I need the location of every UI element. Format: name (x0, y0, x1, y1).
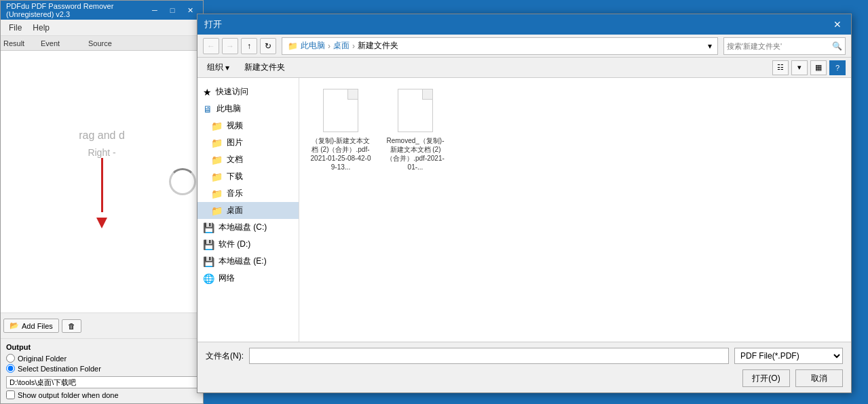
original-folder-row: Original Folder (6, 354, 197, 363)
documents-icon: 📁 (211, 155, 223, 165)
nav-this-pc-label: 此电脑 (216, 103, 241, 115)
minimize-button[interactable]: ─ (147, 5, 162, 16)
col-source-header: Source (88, 39, 200, 47)
close-button[interactable]: ✕ (183, 5, 197, 16)
nav-videos[interactable]: 📁 视频 (197, 117, 299, 134)
breadcrumb-expand-icon[interactable]: ▾ (708, 41, 712, 51)
filename-input[interactable] (249, 348, 729, 364)
downloads-icon: 📁 (211, 171, 223, 182)
file-item-2[interactable]: Removed_（复制)-新建文本文档 (2)（合并）.pdf-2021-01-… (385, 89, 446, 171)
breadcrumb-part3: 新建文件夹 (358, 40, 398, 52)
breadcrumb-bar: 📁 此电脑 › 桌面 › 新建文件夹 ▾ (282, 37, 718, 55)
add-files-icon: 📂 (10, 321, 19, 330)
drive-d-icon: 💾 (203, 239, 214, 250)
back-button[interactable]: ← (203, 38, 219, 54)
refresh-button[interactable]: ↻ (260, 38, 276, 54)
spinner-container (169, 168, 196, 195)
add-files-button[interactable]: 📂 Add Files (3, 319, 59, 333)
view-controls: ☷ ▾ ▦ ? (772, 60, 846, 75)
nav-pictures[interactable]: 📁 图片 (197, 134, 299, 151)
app-title: PDFdu PDF Password Remover (Unregistered… (6, 2, 147, 18)
maximize-button[interactable]: □ (165, 5, 180, 16)
nav-this-pc[interactable]: 🖥 此电脑 (197, 100, 299, 117)
nav-desktop[interactable]: 📁 桌面 (197, 202, 299, 219)
view-chevron-button[interactable]: ▾ (791, 60, 808, 75)
original-folder-label: Original Folder (18, 355, 67, 363)
drop-arrow-line (101, 158, 103, 212)
forward-button[interactable]: → (222, 38, 238, 54)
search-icon: 🔍 (832, 41, 842, 51)
col-result-header: Result (3, 39, 41, 47)
col-event-header: Event (41, 39, 88, 47)
breadcrumb-icon: 📁 (288, 41, 298, 51)
show-output-checkbox[interactable] (6, 390, 15, 399)
app-title-area: PDFdu PDF Password Remover (Unregistered… (6, 2, 147, 18)
nav-tree: ★ 快速访问 🖥 此电脑 📁 视频 📁 图片 📁 文档 📁 下载 (197, 78, 299, 342)
nav-drive-e-label: 本地磁盘 (E:) (219, 256, 267, 267)
nav-drive-d[interactable]: 💾 软件 (D:) (197, 236, 299, 253)
nav-pictures-label: 图片 (227, 137, 243, 148)
remove-button[interactable]: 🗑 (62, 319, 81, 333)
file-icon-1 (323, 89, 358, 132)
filetype-select[interactable]: PDF File(*.PDF) (734, 348, 843, 364)
original-folder-radio[interactable] (6, 354, 15, 363)
nav-drive-d-label: 软件 (D:) (219, 239, 250, 250)
nav-network[interactable]: 🌐 网络 (197, 270, 299, 287)
breadcrumb-part2[interactable]: 桌面 (333, 40, 350, 52)
output-path-input[interactable] (6, 376, 197, 388)
app-window: PDFdu PDF Password Remover (Unregistered… (0, 0, 204, 404)
open-button[interactable]: 打开(O) (742, 369, 790, 387)
dialog-toolbar2: 组织 ▾ 新建文件夹 ☷ ▾ ▦ ? (197, 58, 851, 78)
search-box: 🔍 (723, 37, 846, 55)
app-titlebar: PDFdu PDF Password Remover (Unregistered… (1, 1, 203, 20)
desktop-icon: 📁 (211, 205, 223, 216)
select-dest-label: Select Destination Folder (18, 365, 101, 373)
show-output-label: Show output folder when done (18, 391, 119, 399)
titlebar-controls: ─ □ ✕ (147, 5, 197, 16)
drive-c-icon: 💾 (203, 222, 214, 233)
nav-drive-e[interactable]: 💾 本地磁盘 (E:) (197, 253, 299, 270)
file-icon-2 (398, 89, 433, 132)
view-pane-button[interactable]: ▦ (810, 60, 827, 75)
pictures-icon: 📁 (211, 138, 223, 148)
show-output-row: Show output folder when done (6, 390, 197, 399)
dialog-close-button[interactable]: ✕ (831, 18, 844, 31)
nav-documents-label: 文档 (227, 154, 243, 165)
new-folder-button[interactable]: 新建文件夹 (239, 60, 290, 75)
output-label: Output (6, 343, 197, 351)
nav-downloads[interactable]: 📁 下载 (197, 168, 299, 185)
filename-label: 文件名(N): (206, 350, 244, 362)
view-toggle-button[interactable]: ☷ (772, 60, 789, 75)
file-name-1: （复制)-新建文本文档 (2)（合并）.pdf-2021-01-25-08-42… (310, 136, 371, 171)
breadcrumb-part1[interactable]: 此电脑 (301, 40, 325, 52)
select-dest-row: Select Destination Folder (6, 364, 197, 373)
nav-desktop-label: 桌面 (227, 205, 243, 216)
organize-button[interactable]: 组织 ▾ (203, 60, 233, 75)
dialog-titlebar: 打开 ✕ (197, 14, 851, 35)
network-icon: 🌐 (203, 273, 214, 284)
nav-drive-c[interactable]: 💾 本地磁盘 (C:) (197, 219, 299, 236)
dialog-title: 打开 (204, 18, 222, 31)
output-section: Output Original Folder Select Destinatio… (1, 338, 203, 403)
cancel-button[interactable]: 取消 (795, 369, 843, 387)
drop-area[interactable]: rag and d Right - (1, 51, 203, 312)
drag-text: rag and d (79, 129, 125, 142)
nav-music[interactable]: 📁 音乐 (197, 185, 299, 202)
this-pc-icon: 🖥 (203, 104, 212, 115)
menu-file[interactable]: File (3, 22, 27, 34)
app-menubar: File Help (1, 20, 203, 36)
file-item-1[interactable]: （复制)-新建文本文档 (2)（合并）.pdf-2021-01-25-08-42… (310, 89, 371, 171)
select-dest-radio[interactable] (6, 364, 15, 373)
search-input[interactable] (727, 42, 832, 50)
menu-help[interactable]: Help (27, 22, 55, 34)
drag-text2: Right - (88, 147, 115, 158)
nav-documents[interactable]: 📁 文档 (197, 151, 299, 168)
up-button[interactable]: ↑ (241, 38, 257, 54)
dialog-action-row: 打开(O) 取消 (206, 369, 843, 387)
dialog-body: ★ 快速访问 🖥 此电脑 📁 视频 📁 图片 📁 文档 📁 下载 (197, 78, 851, 342)
help-button[interactable]: ? (829, 60, 846, 75)
remove-icon: 🗑 (68, 322, 75, 330)
nav-quick-access[interactable]: ★ 快速访问 (197, 83, 299, 100)
loading-spinner (169, 168, 196, 195)
file-name-2: Removed_（复制)-新建文本文档 (2)（合并）.pdf-2021-01-… (385, 136, 446, 171)
